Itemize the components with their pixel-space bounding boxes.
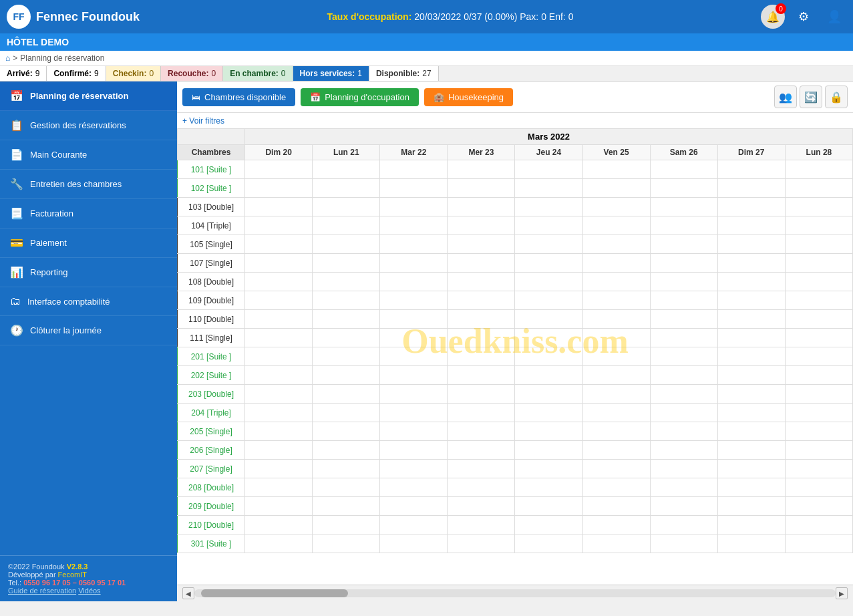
booking-cell-102-3[interactable] [448, 179, 515, 198]
sidebar-item-main[interactable]: 📄 Main Courante [0, 140, 177, 170]
booking-cell-104-3[interactable] [448, 216, 515, 235]
booking-cell-105-1[interactable] [313, 235, 380, 254]
booking-cell-208-5[interactable] [582, 478, 650, 497]
booking-cell-205-1[interactable] [313, 422, 380, 441]
room-cell-109[interactable]: 109 [Double] [178, 291, 245, 310]
booking-cell-103-2[interactable] [380, 198, 448, 216]
booking-cell-105-5[interactable] [582, 235, 650, 254]
booking-cell-110-8[interactable] [785, 310, 852, 329]
booking-cell-105-7[interactable] [717, 235, 785, 254]
chambres-disponible-button[interactable]: 🛏 Chambres disponible [182, 88, 295, 106]
booking-cell-201-0[interactable] [245, 347, 313, 366]
booking-cell-103-6[interactable] [650, 198, 717, 216]
booking-cell-202-4[interactable] [515, 366, 582, 385]
booking-cell-210-6[interactable] [650, 516, 717, 534]
booking-cell-102-6[interactable] [650, 179, 717, 198]
booking-cell-104-8[interactable] [785, 216, 852, 235]
sidebar-item-entretien[interactable]: 🔧 Entretien des chambres [0, 170, 177, 199]
booking-cell-108-0[interactable] [245, 273, 313, 291]
booking-cell-111-1[interactable] [313, 329, 380, 347]
booking-cell-210-2[interactable] [380, 516, 448, 534]
booking-cell-101-3[interactable] [448, 160, 515, 179]
booking-cell-301-8[interactable] [785, 534, 852, 553]
booking-cell-108-8[interactable] [785, 273, 852, 291]
booking-cell-102-8[interactable] [785, 179, 852, 198]
booking-cell-111-0[interactable] [245, 329, 313, 347]
room-cell-208[interactable]: 208 [Double] [178, 478, 245, 497]
booking-cell-108-3[interactable] [448, 273, 515, 291]
booking-cell-301-5[interactable] [582, 534, 650, 553]
booking-cell-301-2[interactable] [380, 534, 448, 553]
booking-cell-104-4[interactable] [515, 216, 582, 235]
booking-cell-109-1[interactable] [313, 291, 380, 310]
booking-cell-207-1[interactable] [313, 460, 380, 478]
booking-cell-301-4[interactable] [515, 534, 582, 553]
booking-cell-202-5[interactable] [582, 366, 650, 385]
booking-cell-202-6[interactable] [650, 366, 717, 385]
booking-cell-206-5[interactable] [582, 441, 650, 460]
booking-cell-205-6[interactable] [650, 422, 717, 441]
booking-cell-209-2[interactable] [380, 497, 448, 516]
sidebar-item-paiement[interactable]: 💳 Paiement [0, 228, 177, 258]
booking-cell-105-6[interactable] [650, 235, 717, 254]
room-cell-207[interactable]: 207 [Single] [178, 460, 245, 478]
room-cell-205[interactable]: 205 [Single] [178, 422, 245, 441]
booking-cell-208-0[interactable] [245, 478, 313, 497]
voir-filtres-link[interactable]: + Voir filtres [182, 116, 224, 126]
booking-cell-111-7[interactable] [717, 329, 785, 347]
booking-cell-102-5[interactable] [582, 179, 650, 198]
room-cell-110[interactable]: 110 [Double] [178, 310, 245, 329]
booking-cell-110-2[interactable] [380, 310, 448, 329]
booking-cell-104-2[interactable] [380, 216, 448, 235]
booking-cell-101-2[interactable] [380, 160, 448, 179]
booking-cell-109-8[interactable] [785, 291, 852, 310]
booking-cell-111-2[interactable] [380, 329, 448, 347]
booking-cell-209-7[interactable] [717, 497, 785, 516]
booking-cell-204-2[interactable] [380, 404, 448, 422]
booking-cell-104-7[interactable] [717, 216, 785, 235]
lock-button[interactable]: 🔒 [825, 86, 848, 108]
room-cell-107[interactable]: 107 [Single] [178, 254, 245, 273]
booking-cell-104-0[interactable] [245, 216, 313, 235]
booking-cell-301-1[interactable] [313, 534, 380, 553]
booking-cell-104-1[interactable] [313, 216, 380, 235]
booking-cell-202-1[interactable] [313, 366, 380, 385]
room-cell-108[interactable]: 108 [Double] [178, 273, 245, 291]
booking-cell-210-1[interactable] [313, 516, 380, 534]
booking-cell-102-2[interactable] [380, 179, 448, 198]
booking-cell-301-7[interactable] [717, 534, 785, 553]
room-cell-206[interactable]: 206 [Single] [178, 441, 245, 460]
booking-cell-209-6[interactable] [650, 497, 717, 516]
booking-cell-201-5[interactable] [582, 347, 650, 366]
booking-cell-109-2[interactable] [380, 291, 448, 310]
room-cell-203[interactable]: 203 [Double] [178, 385, 245, 404]
booking-cell-208-6[interactable] [650, 478, 717, 497]
booking-cell-104-5[interactable] [582, 216, 650, 235]
booking-cell-301-3[interactable] [448, 534, 515, 553]
booking-cell-301-0[interactable] [245, 534, 313, 553]
booking-cell-204-6[interactable] [650, 404, 717, 422]
booking-cell-205-3[interactable] [448, 422, 515, 441]
booking-cell-204-7[interactable] [717, 404, 785, 422]
booking-cell-205-7[interactable] [717, 422, 785, 441]
booking-cell-207-3[interactable] [448, 460, 515, 478]
booking-cell-201-2[interactable] [380, 347, 448, 366]
booking-cell-204-1[interactable] [313, 404, 380, 422]
settings-button[interactable]: ⚙ [792, 5, 816, 29]
scrollbar-thumb[interactable] [201, 589, 348, 597]
booking-cell-110-6[interactable] [650, 310, 717, 329]
booking-cell-103-7[interactable] [717, 198, 785, 216]
booking-cell-201-1[interactable] [313, 347, 380, 366]
room-cell-301[interactable]: 301 [Suite ] [178, 534, 245, 553]
booking-cell-208-8[interactable] [785, 478, 852, 497]
booking-cell-103-5[interactable] [582, 198, 650, 216]
booking-cell-209-8[interactable] [785, 497, 852, 516]
room-cell-103[interactable]: 103 [Double] [178, 198, 245, 216]
booking-cell-111-3[interactable] [448, 329, 515, 347]
booking-cell-110-7[interactable] [717, 310, 785, 329]
videos-link[interactable]: Vidéos [78, 587, 100, 595]
booking-cell-202-8[interactable] [785, 366, 852, 385]
refresh-button[interactable]: 🔄 [800, 86, 822, 108]
booking-cell-111-6[interactable] [650, 329, 717, 347]
booking-cell-210-3[interactable] [448, 516, 515, 534]
